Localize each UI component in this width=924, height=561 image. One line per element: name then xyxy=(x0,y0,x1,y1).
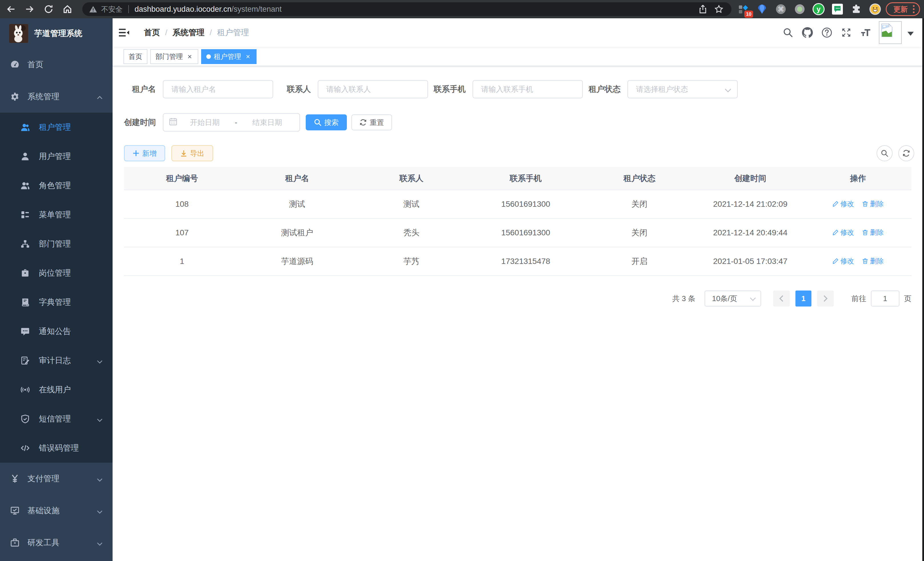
tab-close-icon[interactable] xyxy=(244,53,251,60)
not-secure-icon[interactable] xyxy=(89,5,97,13)
column-header-0: 租户编号 xyxy=(124,167,240,190)
sidebar-item-notice[interactable]: 通知公告 xyxy=(0,317,112,346)
export-button[interactable]: 导出 xyxy=(171,145,213,161)
sidebar-item-label: 错误码管理 xyxy=(39,443,112,453)
extension-y-green-icon[interactable]: y xyxy=(810,2,827,17)
sidebar-item-home[interactable]: 首页 xyxy=(0,49,112,81)
column-header-5: 创建时间 xyxy=(696,167,805,190)
breadcrumb-item-0[interactable]: 首页 xyxy=(144,27,160,38)
browser-home-button[interactable] xyxy=(60,2,75,17)
github-icon[interactable] xyxy=(798,18,817,47)
refresh-button[interactable] xyxy=(898,145,914,161)
end-date-placeholder[interactable]: 结束日期 xyxy=(241,117,294,128)
delete-link[interactable]: 删除 xyxy=(862,256,884,266)
sidebar-item-tenant[interactable]: 租户管理 xyxy=(0,113,112,142)
edit-link[interactable]: 修改 xyxy=(832,199,854,208)
extension-emoji-icon[interactable] xyxy=(867,2,884,17)
prev-page-button[interactable] xyxy=(773,290,790,307)
cell-create_time: 2021-01-05 17:03:47 xyxy=(696,247,805,276)
sidebar-item-pay[interactable]: 支付管理 xyxy=(0,463,112,495)
sidebar-menu: 首页系统管理租户管理用户管理角色管理菜单管理部门管理岗位管理字典管理通知公告审计… xyxy=(0,49,112,559)
sidebar-item-dept[interactable]: 部门管理 xyxy=(0,229,112,259)
user-avatar[interactable] xyxy=(879,21,914,44)
tab-首页[interactable]: 首页 xyxy=(123,49,147,64)
tab-租户管理[interactable]: 租户管理 xyxy=(201,49,256,64)
browser-reload-button[interactable] xyxy=(41,2,56,17)
chevron-down-icon xyxy=(97,540,103,546)
sidebar-item-post[interactable]: 岗位管理 xyxy=(0,259,112,288)
fullscreen-icon[interactable] xyxy=(837,18,856,47)
help-icon[interactable] xyxy=(817,18,837,47)
browser-back-button[interactable] xyxy=(3,2,18,17)
cell-mobile: 15601691300 xyxy=(469,218,583,247)
tab-部门管理[interactable]: 部门管理 xyxy=(150,49,198,64)
edit-link[interactable]: 修改 xyxy=(832,256,854,266)
sidebar-item-label: 首页 xyxy=(27,59,112,70)
pagination-goto-label: 前往 xyxy=(851,294,866,304)
text-size-icon[interactable] xyxy=(856,18,875,47)
share-icon[interactable] xyxy=(696,2,710,16)
sidebar-item-menu[interactable]: 菜单管理 xyxy=(0,200,112,229)
next-page-button[interactable] xyxy=(817,290,834,307)
extensions-puzzle-icon[interactable] xyxy=(848,2,865,17)
sidebar-logo[interactable]: 芋道管理系统 xyxy=(0,18,112,49)
sidebar-item-error-code[interactable]: 错误码管理 xyxy=(0,433,112,463)
url-text[interactable]: dashboard.yudao.iocoder.cn/system/tenant xyxy=(135,5,694,14)
tab-close-icon[interactable] xyxy=(186,53,193,60)
browser-forward-button[interactable] xyxy=(22,2,37,17)
peoples-icon xyxy=(21,181,30,190)
extension-command-icon[interactable]: ⌘ xyxy=(772,2,789,17)
page-jump-input[interactable] xyxy=(871,290,899,307)
sidebar-item-role[interactable]: 角色管理 xyxy=(0,171,112,200)
chevron-down-icon xyxy=(97,476,103,482)
contact-input[interactable] xyxy=(318,80,428,98)
sidebar-item-label: 租户管理 xyxy=(39,122,112,133)
pagination-page-unit: 页 xyxy=(904,294,911,304)
tenant-icon xyxy=(21,123,30,132)
sidebar-item-user[interactable]: 用户管理 xyxy=(0,142,112,171)
tenant-name-input[interactable] xyxy=(163,80,273,98)
bookmark-star-icon[interactable] xyxy=(712,2,726,16)
avatar-caret-icon[interactable] xyxy=(908,27,914,38)
sidebar-item-sms[interactable]: 短信管理 xyxy=(0,404,112,433)
sidebar-item-dev-tool[interactable]: 研发工具 xyxy=(0,527,112,559)
delete-link[interactable]: 删除 xyxy=(862,228,884,237)
sidebar-item-audit-log[interactable]: 审计日志 xyxy=(0,346,112,375)
navbar: 首页/系统管理/租户管理 xyxy=(112,18,922,47)
mobile-input[interactable] xyxy=(472,80,583,98)
start-date-placeholder[interactable]: 开始日期 xyxy=(178,117,231,128)
cell-actions: 修改删除 xyxy=(805,247,911,276)
sidebar-item-infra[interactable]: 基础设施 xyxy=(0,495,112,527)
window-scrollbar[interactable] xyxy=(922,18,924,561)
extension-chat-icon[interactable] xyxy=(829,2,846,17)
status-select[interactable]: 请选择租户状态 xyxy=(627,80,738,98)
not-secure-label[interactable]: 不安全 xyxy=(101,5,123,14)
hamburger-icon[interactable] xyxy=(114,18,134,47)
extension-tab-manager-icon[interactable]: 10 xyxy=(735,2,752,17)
extension-gray-circle-icon[interactable] xyxy=(791,2,808,17)
sidebar-item-label: 菜单管理 xyxy=(39,209,112,220)
search-button[interactable]: 搜索 xyxy=(306,114,347,130)
page-number-1[interactable]: 1 xyxy=(795,290,812,307)
sidebar-item-online-user[interactable]: 在线用户 xyxy=(0,375,112,404)
table-header-row: 租户编号租户名联系人联系手机租户状态创建时间操作 xyxy=(124,167,911,190)
delete-link[interactable]: 删除 xyxy=(862,199,884,208)
message-icon xyxy=(21,327,30,336)
pagination: 共 3 条 10条/页 1 前往 xyxy=(124,290,911,307)
post-icon xyxy=(21,268,30,278)
address-bar[interactable]: 不安全 dashboard.yudao.iocoder.cn/system/te… xyxy=(82,2,731,16)
add-button[interactable]: 新增 xyxy=(124,145,165,161)
breadcrumb-item-1[interactable]: 系统管理 xyxy=(172,27,205,38)
toggle-search-button[interactable] xyxy=(877,145,892,161)
table-row: 108测试测试15601691300关闭2021-12-14 21:02:09修… xyxy=(124,190,911,218)
sidebar-item-dict[interactable]: 字典管理 xyxy=(0,288,112,317)
extension-parachute-icon[interactable] xyxy=(754,2,770,17)
reset-button[interactable]: 重置 xyxy=(351,114,392,130)
header-search-icon[interactable] xyxy=(778,18,798,47)
browser-menu-icon[interactable] xyxy=(913,5,915,13)
sidebar-item-system[interactable]: 系统管理 xyxy=(0,81,112,113)
page-size-select[interactable]: 10条/页 xyxy=(705,290,761,307)
browser-update-button[interactable]: 更新 xyxy=(886,2,920,16)
edit-link[interactable]: 修改 xyxy=(832,228,854,237)
create-time-range-picker[interactable]: 开始日期 - 结束日期 xyxy=(163,113,300,132)
